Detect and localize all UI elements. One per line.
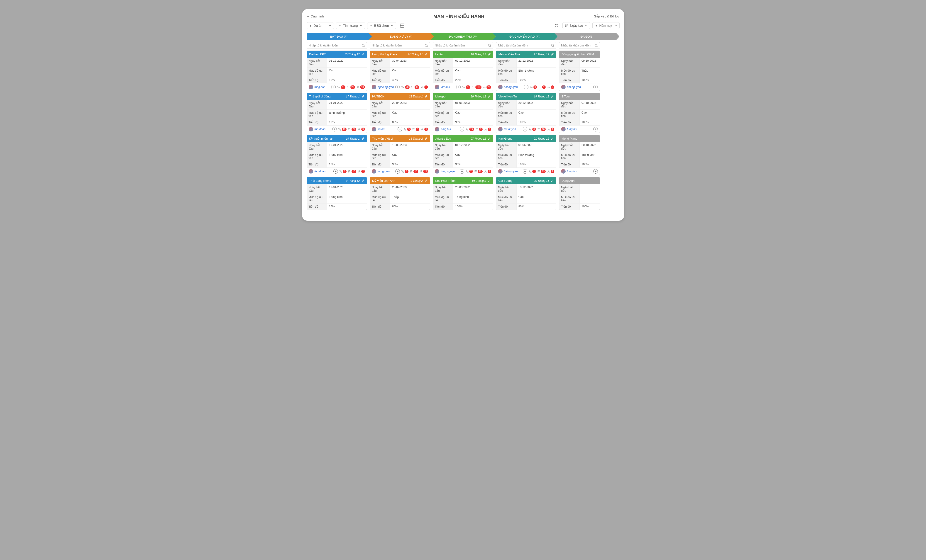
author-link[interactable]: lam.bui [441,85,454,89]
metric-0[interactable]: 29 [337,85,345,89]
stage-1[interactable]: ĐANG XỬ LÝ (1) [368,33,434,40]
add-button[interactable]: + [333,169,338,174]
metric-0[interactable]: 8 [401,170,409,173]
search-input[interactable] [370,42,430,49]
card[interactable]: Hùng Vương Plaza24 Tháng 11Ngày bắt đầu3… [370,51,430,91]
metric-1[interactable]: 18 [410,170,418,173]
edit-icon[interactable] [488,179,491,182]
metric-2[interactable]: 3 [358,128,365,131]
author-link[interactable]: tung.bui [567,170,592,173]
metric-2[interactable]: 10 [357,85,365,89]
metric-2[interactable]: 27 [483,85,491,89]
metric-0[interactable]: 0 [530,85,537,89]
author-link[interactable]: tin.bui [378,128,396,131]
card[interactable]: Đóng gói giải pháp CRMNgày bắt đầu09-10-… [559,51,600,91]
metric-2[interactable]: 2 [547,170,554,173]
metric-1[interactable]: 10 [348,170,356,173]
metric-2[interactable]: 2 [547,85,554,89]
metric-0[interactable]: 9 [404,128,411,131]
refresh-button[interactable] [552,22,560,29]
metric-1[interactable]: 3 [475,128,483,131]
edit-icon[interactable] [551,137,554,140]
author-link[interactable]: hai.nguyen [504,85,522,89]
author-link[interactable]: tung.bui [567,128,592,131]
metric-2[interactable]: 1 [421,85,428,89]
card[interactable]: Thế giới di động17 Tháng 1Ngày bắt đầu21… [307,93,367,133]
card[interactable]: Livespo29 Tháng 12Ngày bắt đầu01-01-2023… [433,93,493,133]
edit-icon[interactable] [425,137,428,140]
metric-1[interactable]: 10 [411,85,419,89]
add-button[interactable]: + [460,127,464,131]
year-dropdown[interactable]: Năm nay [592,22,620,29]
add-button[interactable]: + [460,169,464,174]
author-link[interactable]: tung.nguyen [441,170,458,173]
card[interactable]: Atlantic Edu07 Tháng 12Ngày bắt đầu01-12… [433,135,493,175]
edit-icon[interactable] [425,53,428,56]
search-input[interactable] [496,42,556,49]
search-icon[interactable] [425,44,428,47]
project-dropdown[interactable]: Dự án [307,22,334,29]
card[interactable]: Meko - Cần Thơ21 Tháng 12Ngày bắt đầu21-… [496,51,556,91]
card[interactable]: Thời trang Nemo9 Tháng 12Ngày bắt đầu19-… [307,177,367,210]
search-icon[interactable] [362,44,365,47]
search-icon[interactable] [595,44,598,47]
add-button[interactable]: + [331,85,336,89]
metric-2[interactable]: 1 [484,170,491,173]
add-button[interactable]: + [593,169,598,174]
metric-2[interactable]: 2 [358,170,365,173]
edit-icon[interactable] [551,53,554,56]
card[interactable]: Thư viện Việt Li13 Tháng 2Ngày bắt đầu10… [370,135,430,175]
card[interactable]: Cát Tường30 Tháng 11Ngày bắt đầu13-12-20… [496,177,556,210]
edit-icon[interactable] [425,95,428,98]
metric-0[interactable]: 0 [339,170,346,173]
selected-dropdown[interactable]: 5 Đã chọn [367,22,396,29]
card[interactable]: Mỹ viện Linh Anh3 Tháng 2Ngày bắt đầu28-… [370,177,430,210]
metric-0[interactable]: 19 [466,128,474,131]
edit-icon[interactable] [488,137,491,140]
card[interactable]: Lộc Phát Thịnh06 Tháng 9Ngày bắt đầu20-0… [433,177,493,210]
author-link[interactable]: tung.bui [441,128,458,131]
edit-icon[interactable] [488,95,491,98]
card[interactable]: HUTECH22 Tháng 1Ngày bắt đầu20-04-2023Mứ… [370,93,430,133]
author-link[interactable]: tri.nguyen [378,170,394,173]
metric-1[interactable]: 23 [537,170,546,173]
search-input[interactable] [433,42,493,49]
card[interactable]: Larita10 Tháng 12Ngày bắt đầu09-12-2022M… [433,51,493,91]
add-button[interactable]: + [456,85,461,89]
metric-1[interactable]: 100 [472,85,481,89]
metric-0[interactable]: 7 [466,170,473,173]
stage-2[interactable]: ĐÃ NGHIỆM THU (10) [430,33,496,40]
metric-0[interactable]: 20 [462,85,471,89]
metric-0[interactable]: 0 [529,128,536,131]
add-button[interactable]: + [398,127,402,131]
metric-2[interactable]: 5 [421,128,428,131]
metric-1[interactable]: 20 [347,85,355,89]
author-link[interactable]: ngoc.nguyen [378,85,394,89]
card[interactable]: Mond PianoNgày bắt đầu20-10-2022Mức độ ư… [559,135,600,175]
add-button[interactable]: + [395,169,400,174]
stage-3[interactable]: ĐÃ CHUYỂN GIAO (51) [492,33,558,40]
add-button[interactable]: + [593,127,598,131]
search-icon[interactable] [551,44,555,47]
grid-view-button[interactable] [398,22,406,29]
edit-icon[interactable] [425,179,428,182]
edit-icon[interactable] [362,53,365,56]
search-input[interactable] [307,42,367,49]
author-link[interactable]: hai.nguyen [567,85,592,89]
edit-icon[interactable] [488,53,491,56]
metric-1[interactable]: 8 [412,128,419,131]
metric-1[interactable]: 10 [474,170,483,173]
metric-2[interactable]: 23 [419,170,428,173]
edit-icon[interactable] [551,179,554,182]
edit-icon[interactable] [551,95,554,98]
metric-1[interactable]: 10 [537,128,546,131]
edit-icon[interactable] [362,179,365,182]
metric-2[interactable]: 1 [547,128,554,131]
metric-1[interactable]: 22 [348,128,356,131]
card[interactable]: Đại học FPT10 Tháng 12Ngày bắt đầu01-12-… [307,51,367,91]
config-toggle[interactable]: Cấu hình [307,15,324,18]
status-dropdown[interactable]: Tình trạng [336,22,365,29]
add-button[interactable]: + [332,127,337,131]
add-button[interactable]: + [524,85,528,89]
edit-icon[interactable] [362,137,365,140]
